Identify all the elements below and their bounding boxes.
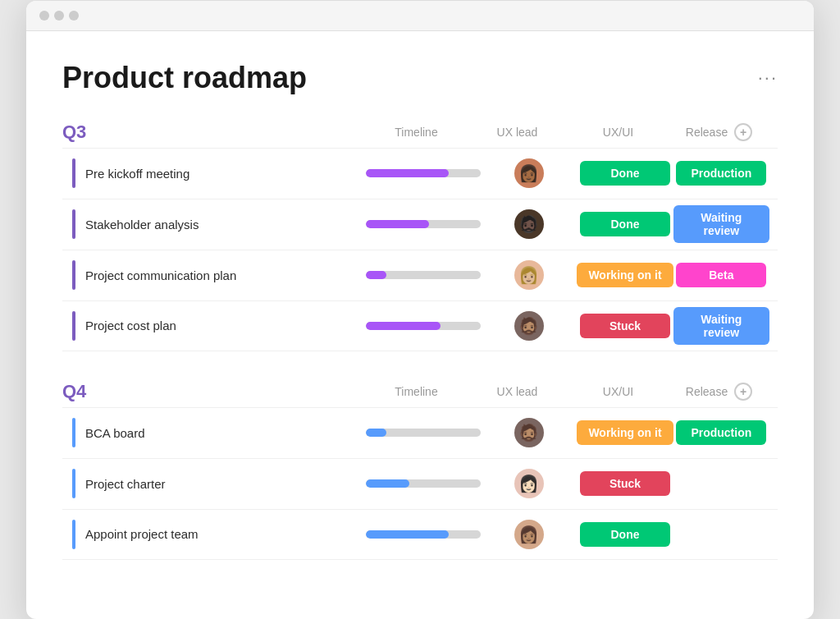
col-label-ux-ui: UX/UI [568, 385, 669, 398]
avatar-cell: 🧔🏽 [481, 311, 577, 341]
col-label-release: Release+ [669, 123, 769, 141]
release-status-cell: Production [673, 420, 769, 445]
row-name-text: Appoint project team [85, 527, 199, 541]
release-badge[interactable]: Beta [676, 263, 766, 287]
table-row: Appoint project team👩🏽Done [62, 509, 778, 560]
app-window: Product roadmap ··· Q3TimelineUX leadUX/… [26, 1, 814, 619]
col-label-ux-lead: UX lead [467, 385, 568, 398]
titlebar [26, 1, 814, 31]
row-accent-bar [72, 418, 75, 447]
release-badge[interactable]: Production [676, 420, 766, 445]
avatar: 👩🏽 [514, 520, 544, 549]
avatar: 🧔🏽 [514, 311, 544, 341]
col-label-release: Release+ [669, 383, 769, 401]
timeline-bar-cell [366, 220, 481, 228]
row-name: BCA board [62, 411, 366, 454]
uxui-status-cell: Done [577, 212, 673, 236]
add-column-button[interactable]: + [734, 383, 752, 401]
status-badge[interactable]: Stuck [580, 471, 670, 496]
table-row: Stakeholder analysis🧔🏿DoneWaiting review [62, 199, 778, 250]
progress-fill [366, 169, 449, 177]
release-status-cell: Waiting review [673, 205, 769, 243]
main-content: Product roadmap ··· Q3TimelineUX leadUX/… [26, 31, 814, 619]
progress-track [366, 322, 481, 330]
table-row: Project cost plan🧔🏽StuckWaiting review [62, 300, 778, 351]
uxui-status-cell: Done [577, 161, 673, 186]
progress-fill [366, 479, 409, 488]
progress-track [366, 429, 481, 437]
release-status-cell: Waiting review [673, 307, 769, 345]
row-accent-bar [72, 260, 75, 290]
release-badge[interactable]: Production [676, 161, 766, 186]
row-accent-bar [72, 209, 75, 239]
release-status-cell: Production [673, 161, 769, 186]
uxui-status-cell: Working on it [577, 263, 673, 287]
avatar: 👩🏾 [514, 158, 544, 188]
col-label-text: Release [686, 126, 728, 139]
row-name-text: BCA board [85, 426, 145, 440]
row-name: Project charter [62, 462, 366, 505]
section-title-q4: Q4 [62, 381, 366, 402]
avatar-cell: 🧔🏽 [481, 418, 577, 447]
page-title: Product roadmap [62, 61, 307, 95]
timeline-bar-cell [366, 271, 481, 279]
release-status-cell: Beta [673, 263, 769, 287]
col-label-timeline: Timeline [366, 385, 467, 398]
table-row: Pre kickoff meeting👩🏾DoneProduction [62, 148, 778, 199]
row-name-text: Pre kickoff meeting [85, 167, 189, 181]
section-header-q4: Q4TimelineUX leadUX/UIRelease+ [62, 381, 778, 402]
row-name-text: Project cost plan [85, 319, 176, 332]
progress-fill [366, 271, 386, 279]
row-name-text: Stakeholder analysis [85, 218, 199, 232]
row-name: Appoint project team [62, 513, 366, 556]
progress-fill [366, 429, 386, 437]
status-badge[interactable]: Done [580, 522, 670, 547]
timeline-bar-cell [366, 322, 481, 330]
row-name: Project cost plan [62, 305, 366, 347]
avatar-cell: 👩🏻 [481, 469, 577, 498]
release-badge[interactable]: Waiting review [673, 205, 769, 243]
section-q4: Q4TimelineUX leadUX/UIRelease+BCA board🧔… [62, 381, 778, 560]
avatar-cell: 👩🏾 [481, 158, 577, 188]
progress-fill [366, 530, 449, 539]
status-badge[interactable]: Working on it [577, 420, 673, 445]
row-name-text: Project charter [85, 477, 166, 491]
table-row: Project communication plan👩🏼Working on i… [62, 250, 778, 300]
status-badge[interactable]: Done [580, 212, 670, 236]
progress-fill [366, 220, 429, 228]
progress-track [366, 271, 481, 279]
col-label-ux-ui: UX/UI [568, 126, 669, 139]
table-row: BCA board🧔🏽Working on itProduction [62, 407, 778, 458]
section-title-q3: Q3 [62, 122, 366, 143]
avatar: 👩🏻 [514, 469, 544, 498]
page-header: Product roadmap ··· [62, 61, 778, 95]
status-badge[interactable]: Done [580, 161, 670, 186]
progress-track [366, 530, 481, 539]
traffic-light-yellow [54, 11, 64, 21]
row-accent-bar [72, 158, 75, 188]
add-column-button[interactable]: + [734, 123, 752, 141]
more-options-button[interactable]: ··· [758, 67, 778, 89]
row-name: Stakeholder analysis [62, 203, 366, 245]
uxui-status-cell: Done [577, 522, 673, 547]
timeline-bar-cell [366, 429, 481, 437]
row-name-text: Project communication plan [85, 268, 236, 282]
status-badge[interactable]: Stuck [580, 314, 670, 338]
row-name: Project communication plan [62, 254, 366, 296]
section-q3: Q3TimelineUX leadUX/UIRelease+Pre kickof… [62, 122, 778, 351]
uxui-status-cell: Stuck [577, 314, 673, 338]
timeline-bar-cell [366, 479, 481, 488]
timeline-bar-cell [366, 169, 481, 177]
row-accent-bar [72, 311, 75, 341]
uxui-status-cell: Working on it [577, 420, 673, 445]
avatar-cell: 🧔🏿 [481, 209, 577, 239]
row-name: Pre kickoff meeting [62, 152, 366, 195]
progress-track [366, 479, 481, 488]
row-accent-bar [72, 520, 75, 549]
section-header-q3: Q3TimelineUX leadUX/UIRelease+ [62, 122, 778, 143]
table-row: Project charter👩🏻Stuck [62, 458, 778, 509]
avatar-cell: 👩🏽 [481, 520, 577, 549]
release-badge[interactable]: Waiting review [673, 307, 769, 345]
sections-container: Q3TimelineUX leadUX/UIRelease+Pre kickof… [62, 122, 778, 560]
status-badge[interactable]: Working on it [577, 263, 673, 287]
